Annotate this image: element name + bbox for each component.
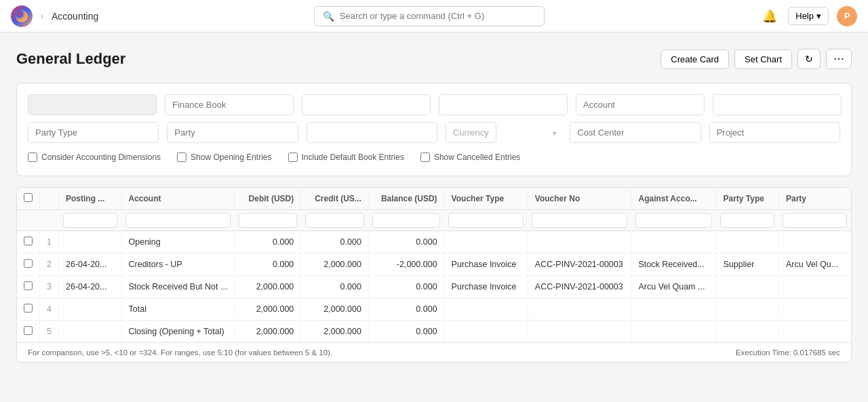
col-voucher-no[interactable]: Voucher No xyxy=(528,188,631,210)
include-default-label[interactable]: Include Default Book Entries xyxy=(288,153,404,162)
party-cell xyxy=(778,231,851,254)
filter-credit-cell[interactable] xyxy=(301,210,369,231)
voucher-no-filter[interactable]: ACC-PINV-2021-00003 xyxy=(713,94,842,115)
show-opening-label[interactable]: Show Opening Entries xyxy=(177,153,271,162)
nav-chevron: › xyxy=(41,12,43,21)
party-type-filter[interactable] xyxy=(28,122,159,143)
filter-select-cell xyxy=(17,210,40,231)
page-title: General Ledger xyxy=(16,50,125,68)
svg-point-0 xyxy=(16,10,28,22)
filter-party-type-input[interactable] xyxy=(720,213,775,228)
col-account[interactable]: Account xyxy=(121,188,235,210)
filter-voucher-no-input[interactable] xyxy=(532,213,627,228)
col-against-acco[interactable]: Against Acco... xyxy=(631,188,716,210)
credit-cell: 2,000.000 xyxy=(301,254,369,276)
refresh-button[interactable]: ↻ xyxy=(797,49,821,69)
filter-voucher-no-cell[interactable] xyxy=(528,210,631,231)
row-checkbox-cell[interactable] xyxy=(17,254,40,276)
help-button[interactable]: Help ▾ xyxy=(788,7,829,25)
table-row: 2 26-04-20... Creditors - UP 0.000 2,000… xyxy=(17,254,851,276)
account-cell: Opening xyxy=(121,231,235,254)
page-content: General Ledger Create Card Set Chart ↻ ⋯… xyxy=(0,33,868,379)
filter-debit-input[interactable] xyxy=(239,213,297,228)
ledger-table: Posting ... Account Debit (USD) Credit (… xyxy=(17,188,851,342)
search-icon: 🔍 xyxy=(323,11,334,22)
consider-accounting-label[interactable]: Consider Accounting Dimensions xyxy=(28,153,161,162)
filter-credit-input[interactable] xyxy=(305,213,365,228)
col-select-all[interactable] xyxy=(17,188,40,210)
row-checkbox[interactable] xyxy=(24,259,33,268)
consider-accounting-checkbox[interactable] xyxy=(28,153,37,162)
cost-center-filter[interactable] xyxy=(570,122,701,143)
from-date-filter[interactable]: 26-04-2021 xyxy=(302,94,431,115)
include-default-checkbox[interactable] xyxy=(288,153,298,162)
row-number: 1 xyxy=(40,231,59,254)
filter-balance-input[interactable] xyxy=(372,213,440,228)
show-opening-checkbox[interactable] xyxy=(177,153,186,162)
account-cell: Creditors - UP xyxy=(121,254,235,276)
filter-account-cell[interactable] xyxy=(121,210,235,231)
finance-book-filter[interactable] xyxy=(165,94,294,115)
search-box[interactable]: 🔍 xyxy=(314,6,545,26)
voucher-type-cell: Purchase Invoice xyxy=(444,276,528,298)
filter-balance-cell[interactable] xyxy=(368,210,444,231)
col-voucher-type[interactable]: Voucher Type xyxy=(444,188,528,210)
project-filter[interactable] xyxy=(709,122,840,143)
row-checkbox[interactable] xyxy=(24,281,33,290)
row-checkbox-cell[interactable] xyxy=(17,321,40,343)
account-filter[interactable] xyxy=(576,94,705,115)
party-filter[interactable] xyxy=(167,122,298,143)
col-posting-date[interactable]: Posting ... xyxy=(59,188,122,210)
filter-debit-cell[interactable] xyxy=(235,210,301,231)
row-checkbox-cell[interactable] xyxy=(17,231,40,254)
col-row-num xyxy=(40,188,59,210)
create-card-button[interactable]: Create Card xyxy=(660,49,729,69)
currency-filter[interactable]: Currency xyxy=(446,122,496,143)
filter-voucher-type-cell[interactable] xyxy=(444,210,528,231)
account-cell: Closing (Opening + Total) xyxy=(121,321,235,343)
avatar[interactable]: P xyxy=(837,6,857,26)
filter-party-input[interactable] xyxy=(783,213,847,228)
row-checkbox[interactable] xyxy=(24,237,33,245)
show-cancelled-checkbox[interactable] xyxy=(420,153,430,162)
credit-cell: 0.000 xyxy=(301,231,369,254)
to-date-filter[interactable]: 26-04-2021 xyxy=(439,94,568,115)
filter-posting-date-input[interactable] xyxy=(63,213,118,228)
col-party-type[interactable]: Party Type xyxy=(716,188,779,210)
table-row: 3 26-04-20... Stock Received But Not ...… xyxy=(17,276,851,298)
filter-against-acco-cell[interactable] xyxy=(631,210,716,231)
balance-cell: 0.000 xyxy=(368,231,444,254)
filter-account-input[interactable] xyxy=(125,213,231,228)
filter-party-type-cell[interactable] xyxy=(716,210,779,231)
row-checkbox-cell[interactable] xyxy=(17,298,40,321)
col-balance[interactable]: Balance (USD) xyxy=(368,188,444,210)
row-checkbox-cell[interactable] xyxy=(17,276,40,298)
col-credit[interactable]: Credit (US... xyxy=(301,188,369,210)
debit-cell: 0.000 xyxy=(235,254,301,276)
filter-posting-date-cell[interactable] xyxy=(59,210,122,231)
select-all-checkbox[interactable] xyxy=(24,193,33,202)
filters-row-2: Group by Voucher (Consol) Currency ▾ xyxy=(28,122,840,143)
consider-accounting-text: Consider Accounting Dimensions xyxy=(41,153,161,162)
filter-num-cell xyxy=(40,210,59,231)
filter-voucher-type-input[interactable] xyxy=(448,213,524,228)
company-filter[interactable]: Unico Plastics Inc. xyxy=(28,94,157,115)
show-cancelled-label[interactable]: Show Cancelled Entries xyxy=(420,153,520,162)
filter-against-acco-input[interactable] xyxy=(635,213,712,228)
col-debit[interactable]: Debit (USD) xyxy=(235,188,301,210)
set-chart-button[interactable]: Set Chart xyxy=(734,49,792,69)
filter-party-cell[interactable] xyxy=(778,210,851,231)
balance-cell: -2,000.000 xyxy=(368,254,444,276)
col-party[interactable]: Party xyxy=(778,188,851,210)
voucher-no-cell xyxy=(528,231,631,254)
against-acco-cell xyxy=(631,231,716,254)
notification-button[interactable]: 🔔 xyxy=(760,6,780,26)
group-by-filter[interactable]: Group by Voucher (Consol) xyxy=(307,122,437,143)
against-acco-cell: Arcu Vel Quam ... xyxy=(631,276,716,298)
app-logo[interactable] xyxy=(11,5,33,27)
more-button[interactable]: ⋯ xyxy=(826,49,852,69)
search-input[interactable] xyxy=(340,11,536,21)
voucher-type-cell xyxy=(444,298,528,321)
row-checkbox[interactable] xyxy=(24,304,33,313)
row-checkbox[interactable] xyxy=(24,326,33,335)
